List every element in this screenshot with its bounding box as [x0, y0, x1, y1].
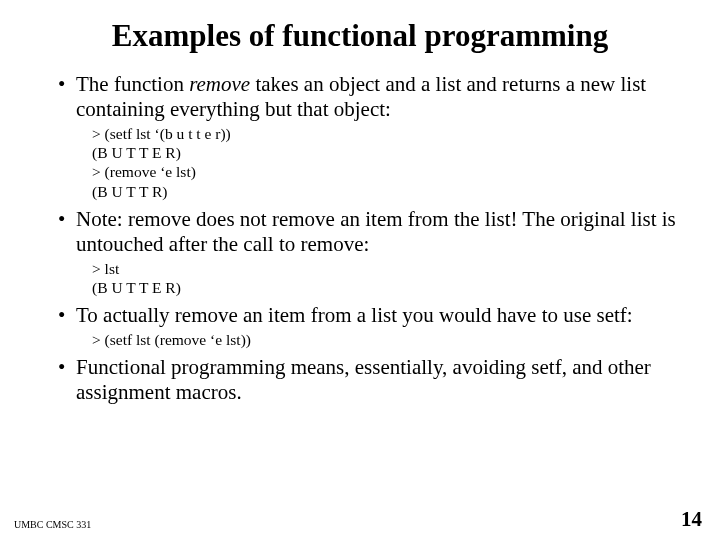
bullet-1-text: The function remove takes an object and … — [76, 72, 680, 122]
bullet-3: • To actually remove an item from a list… — [58, 303, 680, 328]
code-line: > lst — [92, 259, 690, 278]
code-line: (B U T T R) — [92, 182, 690, 201]
bullet-dot: • — [58, 355, 76, 405]
bullet-3-text: To actually remove an item from a list y… — [76, 303, 680, 328]
code-line: > (setf lst ‘(b u t t e r)) — [92, 124, 690, 143]
b1-em: remove — [189, 72, 250, 96]
bullet-2-text: Note: remove does not remove an item fro… — [76, 207, 680, 257]
b1-pre: The function — [76, 72, 189, 96]
code-line: > (remove ‘e lst) — [92, 162, 690, 181]
bullet-4: • Functional programming means, essentia… — [58, 355, 680, 405]
slide-title: Examples of functional programming — [30, 18, 690, 54]
footer-course: UMBC CMSC 331 — [14, 519, 91, 530]
bullet-4-text: Functional programming means, essentiall… — [76, 355, 680, 405]
bullet-2: • Note: remove does not remove an item f… — [58, 207, 680, 257]
code-block-3: > (setf lst (remove ‘e lst)) — [92, 330, 690, 349]
bullet-1: • The function remove takes an object an… — [58, 72, 680, 122]
bullet-dot: • — [58, 72, 76, 122]
bullet-dot: • — [58, 303, 76, 328]
code-line: (B U T T E R) — [92, 278, 690, 297]
code-block-1: > (setf lst ‘(b u t t e r)) (B U T T E R… — [92, 124, 690, 202]
code-line: (B U T T E R) — [92, 143, 690, 162]
page-number: 14 — [681, 507, 702, 532]
code-block-2: > lst (B U T T E R) — [92, 259, 690, 298]
bullet-dot: • — [58, 207, 76, 257]
code-line: > (setf lst (remove ‘e lst)) — [92, 330, 690, 349]
